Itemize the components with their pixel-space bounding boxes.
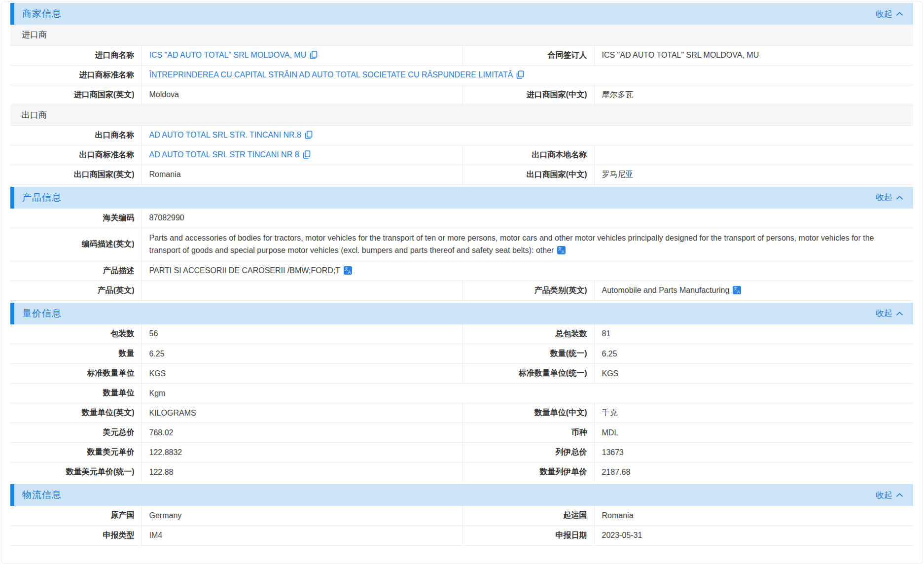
field-label: 数量美元单价 [10,443,142,462]
field-value: 87082990 [142,209,913,228]
field-label: 数量单位(中文) [462,403,594,423]
field-label: 数量美元单价(统一) [10,462,142,482]
field-value-text: 81 [602,329,611,338]
field-label: 出口商名称 [10,125,142,145]
chevron-up-icon [896,195,903,200]
field-label: 列伊总价 [462,443,594,462]
field-value: 6.25 [142,344,462,364]
field-label: 标准数量单位 [10,364,142,384]
field-value: 56 [142,324,462,344]
section-header-product-info: 产品信息收起 [10,187,913,209]
field-value-text: 千克 [602,408,618,417]
field-value-text: 6.25 [602,350,617,358]
collapse-button-merchant-info[interactable]: 收起 [876,8,903,20]
field-value: AD AUTO TOTAL SRL STR. TINCANI NR.8 [142,125,913,145]
table-row: 出口商标准名称AD AUTO TOTAL SRL STR TINCANI NR … [10,145,913,165]
field-value-text: Romania [149,170,181,178]
field-label: 数量列伊单价 [462,462,594,482]
field-label: 数量(统一) [462,344,594,364]
collapse-label: 收起 [876,192,892,203]
chevron-up-icon [896,493,903,497]
section-title: 商家信息 [22,7,62,20]
field-value: 122.8832 [142,443,462,462]
sections-root: 商家信息收起进口商进口商名称ICS "AD AUTO TOTAL" SRL MO… [10,3,913,546]
field-value: Parts and accessories of bodies for trac… [142,228,913,261]
section-accent-bar [10,303,14,324]
field-label: 申报类型 [10,526,142,545]
collapse-button-logistics-info[interactable]: 收起 [876,490,903,501]
table-row: 申报类型IM4申报日期2023-05-31 [10,526,913,545]
copy-icon[interactable] [516,71,524,79]
field-label: 标准数量单位(统一) [462,364,594,384]
field-label: 数量 [10,344,142,364]
field-value: MDL [594,423,913,443]
field-value-text: IM4 [149,531,163,539]
section-qty-price-info: 量价信息收起包装数56总包装数81数量6.25数量(统一)6.25标准数量单位K… [10,303,913,483]
field-value-link[interactable]: AD AUTO TOTAL SRL STR. TINCANI NR.8 [149,131,302,139]
section-header-logistics-info: 物流信息收起 [10,484,913,506]
field-label: 进口商名称 [10,45,142,65]
section-title: 物流信息 [22,489,62,501]
collapse-button-qty-price-info[interactable]: 收起 [876,308,903,319]
field-value: 768.02 [142,423,462,443]
field-label: 原产国 [10,506,142,526]
field-value: 摩尔多瓦 [594,85,913,105]
section-header-qty-price-info: 量价信息收起 [10,303,913,324]
field-label: 币种 [462,423,594,443]
subsection-row: 出口商 [10,105,913,125]
table-row: 数量美元单价122.8832列伊总价13673 [10,443,913,462]
field-value: 罗马尼亚 [594,165,913,184]
section-accent-bar [10,3,14,25]
section-merchant-info: 商家信息收起进口商进口商名称ICS "AD AUTO TOTAL" SRL MO… [10,3,913,185]
copy-icon[interactable] [303,150,311,159]
field-value-link[interactable]: AD AUTO TOTAL SRL STR TINCANI NR 8 [149,150,299,159]
field-label: 海关编码 [10,209,142,228]
field-label: 包装数 [10,324,142,344]
field-label: 数量单位(英文) [10,403,142,423]
field-value: 2023-05-31 [594,526,913,545]
table-row: 美元总价768.02币种MDL [10,423,913,443]
field-value: KGS [142,364,462,384]
field-value: AD AUTO TOTAL SRL STR TINCANI NR 8 [142,145,462,165]
field-value-link[interactable]: ÎNTREPRINDEREA CU CAPITAL STRĂIN AD AUTO… [149,71,513,79]
field-value-text: Parts and accessories of bodies for trac… [149,234,876,254]
collapse-button-product-info[interactable]: 收起 [876,192,903,203]
field-label: 美元总价 [10,423,142,443]
field-label: 出口商国家(中文) [462,165,594,184]
table-row: 数量6.25数量(统一)6.25 [10,344,913,364]
section-title: 产品信息 [22,191,62,204]
copy-icon[interactable] [305,131,313,139]
table-row: 包装数56总包装数81 [10,324,913,344]
field-label: 合同签订人 [462,45,594,65]
field-value: Kgm [142,384,913,403]
field-value-text: 2187.68 [602,468,631,476]
field-value-text: 13673 [602,448,624,457]
field-label: 出口商国家(英文) [10,165,142,184]
field-value-link[interactable]: ICS "AD AUTO TOTAL" SRL MOLDOVA, MU [149,51,307,59]
field-label: 起运国 [462,506,594,526]
section-title: 量价信息 [22,307,62,320]
field-value: 13673 [594,443,913,462]
field-value-text: Germany [149,511,182,520]
translate-icon[interactable]: 文A [733,286,741,294]
translate-icon[interactable]: 文A [344,266,352,275]
field-label: 进口商国家(英文) [10,85,142,105]
collapse-label: 收起 [876,308,892,319]
field-value-text: 2023-05-31 [602,531,642,539]
field-label: 产品类别(英文) [462,281,594,300]
svg-text:A: A [348,270,351,275]
table-row: 原产国Germany起运国Romania [10,506,913,526]
field-value-text: MDL [602,428,619,437]
field-value-text: Romania [602,511,634,520]
field-value: Moldova [142,85,462,105]
chevron-up-icon [896,311,903,316]
subsection-row: 进口商 [10,25,913,45]
translate-icon[interactable]: 文A [557,246,566,254]
field-value-text: 122.88 [149,468,174,476]
table-row: 数量单位(英文)KILOGRAMS数量单位(中文)千克 [10,403,913,423]
field-value: ICS "AD AUTO TOTAL" SRL MOLDOVA, MU [142,45,462,65]
copy-icon[interactable] [310,51,318,59]
table-row: 编码描述(英文)Parts and accessories of bodies … [10,228,913,261]
field-value: KILOGRAMS [142,403,462,423]
field-value: 6.25 [594,344,913,364]
